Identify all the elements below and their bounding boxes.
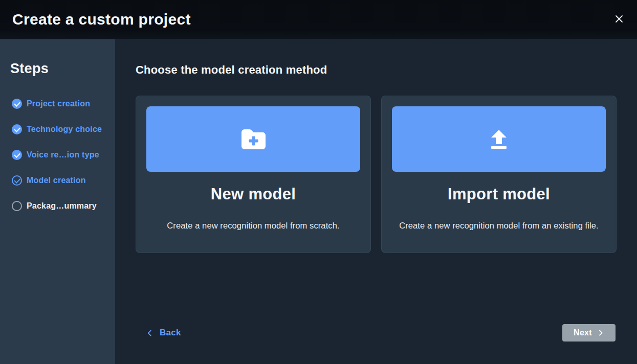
step-package-summary[interactable]: Packag…ummary [10,199,110,213]
chevron-right-icon [597,329,604,336]
card-title: Import model [392,185,606,203]
check-circle-outline-icon [12,175,22,186]
create-custom-project-modal: Create a custom project Steps Project cr… [0,0,637,364]
step-model-creation[interactable]: Model creation [10,173,110,188]
next-label: Next [574,328,592,337]
close-icon [615,15,623,23]
new-model-card[interactable]: New model Create a new recognition model… [136,96,371,253]
radio-unchecked-icon [12,201,22,211]
back-label: Back [160,328,181,338]
modal-header: Create a custom project [0,0,637,39]
wizard-footer: Back Next [146,324,616,342]
folder-plus-icon [241,129,266,149]
modal-body: Steps Project creation Technology choice… [0,39,637,364]
import-model-hero-button[interactable] [392,106,606,172]
close-button[interactable] [609,9,629,29]
next-button[interactable]: Next [562,324,616,342]
new-model-hero-button[interactable] [146,106,360,172]
step-label: Project creation [27,99,90,108]
step-label: Model creation [27,176,86,185]
step-technology-choice[interactable]: Technology choice [10,122,110,136]
upload-icon [488,130,510,149]
card-description: Create a new recognition model from scra… [146,221,360,231]
step-voice-recognition-type[interactable]: Voice re…ion type [10,148,110,162]
steps-title: Steps [10,61,110,76]
check-circle-icon [12,150,22,160]
import-model-card[interactable]: Import model Create a new recognition mo… [381,96,617,253]
back-button[interactable]: Back [146,328,181,338]
model-method-cards: New model Create a new recognition model… [136,96,637,253]
step-label: Technology choice [27,125,102,134]
steps-list: Project creation Technology choice Voice… [10,97,110,213]
content-panel: Choose the model creation method New mod… [115,39,637,364]
check-circle-icon [12,124,22,134]
step-label: Voice re…ion type [27,150,99,160]
card-title: New model [146,185,360,203]
check-circle-icon [12,99,22,109]
steps-sidebar: Steps Project creation Technology choice… [0,39,115,364]
step-project-creation[interactable]: Project creation [10,97,110,111]
content-title: Choose the model creation method [136,63,637,77]
card-description: Create a new recognition model from an e… [392,221,606,231]
step-label: Packag…ummary [27,201,97,211]
modal-title: Create a custom project [12,11,191,28]
chevron-left-icon [146,329,153,337]
